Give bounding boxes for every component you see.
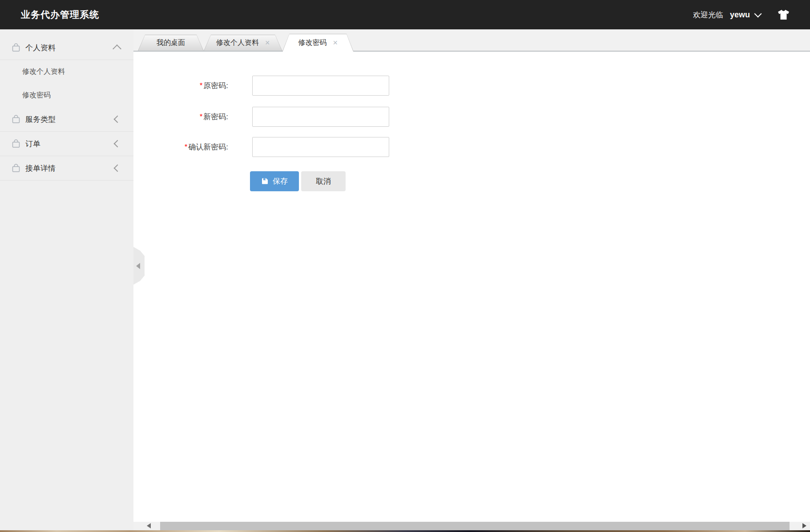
tab-label: 修改个人资料 — [216, 38, 259, 48]
sidebar-item-personal-info[interactable]: 个人资料 — [0, 36, 133, 60]
sidebar: 个人资料 修改个人资料 修改密码 服务类型 订单 接单详情 — [0, 29, 133, 530]
required-mark: * — [200, 113, 202, 121]
bag-icon — [11, 114, 21, 124]
field-label: *新密码: — [133, 112, 228, 122]
scroll-left-arrow-icon[interactable] — [147, 523, 151, 528]
collapse-arrow-icon — [136, 263, 140, 269]
sidebar-subitem-label: 修改个人资料 — [22, 67, 65, 77]
chevron-left-icon — [114, 140, 121, 148]
tab-edit-profile[interactable]: 修改个人资料 × — [204, 35, 282, 51]
tshirt-icon[interactable] — [778, 9, 790, 20]
desktop-wallpaper-strip — [0, 530, 810, 532]
form-row-confirm-password: *确认新密码: — [133, 137, 228, 157]
sidebar-item-label: 订单 — [25, 139, 40, 149]
tab-label: 修改密码 — [298, 38, 327, 48]
top-bar-right: 欢迎光临 yewu — [693, 9, 790, 20]
top-bar: 业务代办管理系统 欢迎光临 yewu — [0, 0, 810, 29]
sidebar-item-label: 接单详情 — [25, 163, 56, 173]
close-icon[interactable]: × — [265, 39, 270, 47]
app-title: 业务代办管理系统 — [21, 8, 99, 21]
scroll-right-arrow-icon[interactable] — [802, 523, 806, 528]
tab-bar: 我的桌面 修改个人资料 × 修改密码 × — [133, 29, 810, 52]
sidebar-item-label: 个人资料 — [25, 43, 56, 53]
chevron-down-icon[interactable] — [754, 10, 762, 17]
tab-bar-divider — [133, 51, 810, 52]
chevron-up-icon — [113, 44, 121, 53]
close-icon[interactable]: × — [333, 39, 338, 47]
change-password-panel: *原密码: *新密码: *确认新密码: 保存 取消 — [133, 52, 810, 522]
sidebar-item-service-type[interactable]: 服务类型 — [0, 107, 133, 132]
welcome-text: 欢迎光临 — [693, 10, 723, 20]
tab-my-desktop[interactable]: 我的桌面 — [138, 35, 204, 51]
field-label: *确认新密码: — [133, 142, 228, 152]
old-password-input[interactable] — [252, 76, 389, 96]
username-dropdown[interactable]: yewu — [730, 10, 750, 20]
sidebar-subitem-label: 修改密码 — [22, 91, 51, 100]
tab-label: 我的桌面 — [157, 38, 185, 48]
bag-icon — [11, 43, 21, 52]
required-mark: * — [200, 82, 202, 89]
required-mark: * — [185, 143, 187, 151]
save-icon — [261, 177, 269, 185]
sidebar-item-label: 服务类型 — [25, 114, 56, 125]
field-label: *原密码: — [133, 81, 228, 91]
horizontal-scrollbar[interactable] — [133, 522, 810, 530]
cancel-button-label: 取消 — [316, 176, 331, 186]
scrollbar-thumb[interactable] — [160, 522, 790, 530]
bag-icon — [11, 163, 21, 173]
form-row-old-password: *原密码: — [133, 76, 228, 96]
chevron-left-icon — [114, 165, 121, 172]
confirm-password-input[interactable] — [252, 137, 389, 157]
save-button[interactable]: 保存 — [250, 171, 299, 191]
bag-icon — [11, 139, 21, 149]
form-row-new-password: *新密码: — [133, 107, 228, 127]
sidebar-item-orders[interactable]: 订单 — [0, 132, 133, 156]
chevron-left-icon — [114, 116, 121, 123]
sidebar-subitem-edit-profile[interactable]: 修改个人资料 — [0, 60, 133, 84]
cancel-button[interactable]: 取消 — [301, 171, 346, 191]
save-button-label: 保存 — [273, 176, 288, 186]
tab-change-password[interactable]: 修改密码 × — [282, 34, 354, 52]
new-password-input[interactable] — [252, 107, 389, 127]
sidebar-subitem-change-password[interactable]: 修改密码 — [0, 84, 133, 107]
sidebar-item-order-details[interactable]: 接单详情 — [0, 156, 133, 181]
main-area: 我的桌面 修改个人资料 × 修改密码 × *原密码: *新密码: *确认新密码: — [133, 29, 810, 522]
